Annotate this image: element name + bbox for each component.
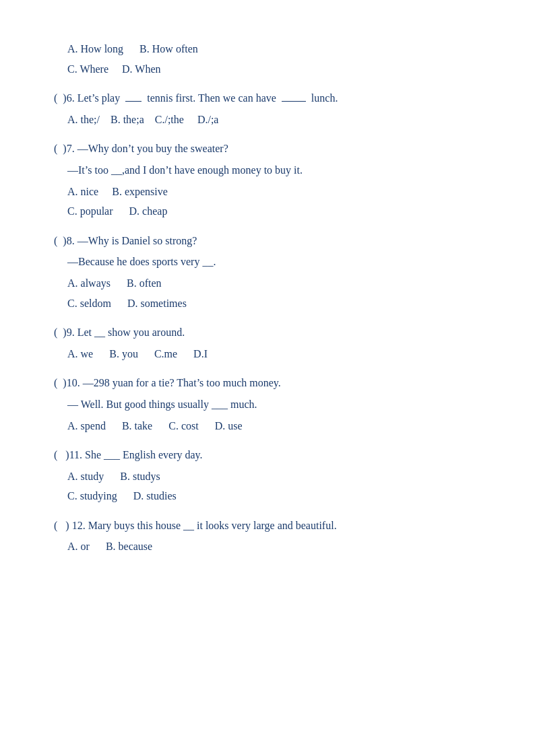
q9-content: Let __ show you around. [77, 327, 185, 338]
options-row-2: C. Where D. When [67, 61, 481, 78]
q10-options-row: A. spend B. take C. cost D. use [67, 417, 481, 435]
q11-options-row2: C. studying D. studies [67, 487, 481, 505]
q6-text2: tennis first. Then we can have [147, 92, 276, 104]
exam-content: A. How long B. How often C. Where D. Whe… [54, 40, 481, 555]
q9-opt-a: A. we [67, 348, 93, 359]
option-a-howlong: A. How long [67, 43, 123, 55]
q8-line1: ( )8. —Why is Daniel so strong? [54, 232, 481, 250]
q9-opt-d: D.I [193, 348, 208, 359]
q12-opt-a: A. or [67, 541, 90, 552]
q12-opt-b: B. because [106, 541, 152, 552]
question-7-block: ( )7. —Why don’t you buy the sweater? —I… [54, 140, 481, 219]
q12-content: Mary buys this house __ it looks very la… [88, 520, 337, 531]
q8-options-row2: C. seldom D. sometimes [67, 295, 481, 312]
q7-opt-b: B. expensive [112, 186, 168, 197]
option-b-howoften: B. How often [139, 43, 198, 55]
q11-opt-a: A. study [67, 471, 104, 482]
q6-blank2 [279, 92, 309, 104]
q12-number: ( ) 12. [54, 520, 86, 531]
q10-opt-a: A. spend [67, 420, 106, 432]
q6-opt-a: A. the;/ [67, 114, 100, 125]
q8-number: ( )8. [54, 235, 75, 246]
question-9-block: ( )9. Let __ show you around. A. we B. y… [54, 324, 481, 362]
q7-opt-c: C. popular [67, 205, 113, 217]
q7-opt-d: D. cheap [129, 205, 168, 217]
q7-number: ( )7. [54, 143, 75, 154]
q7-qtext: —Why don’t you buy the sweater? [77, 143, 228, 154]
q10-opt-c: C. cost [168, 420, 198, 432]
q9-text: ( )9. Let __ show you around. [54, 324, 481, 341]
q6-opt-d: D./;a [197, 114, 219, 125]
q11-content: She ___ English every day. [85, 449, 202, 460]
q8-line2: —Because he does sports very __. [67, 253, 481, 271]
q11-text: ( )11. She ___ English every day. [54, 446, 481, 464]
q7-line2: —It’s too __,and I don’t have enough mon… [67, 162, 481, 179]
question-8-block: ( )8. —Why is Daniel so strong? —Because… [54, 232, 481, 312]
question-10-block: ( )10. —298 yuan for a tie? That’s too m… [54, 374, 481, 434]
q10-atext: — Well. But good things usually ___ much… [67, 399, 257, 410]
q11-number: ( )11. [54, 449, 82, 460]
q6-opt-b: B. the;a [111, 114, 144, 125]
q8-opt-d: D. sometimes [127, 298, 187, 309]
q11-opt-d: D. studies [133, 490, 177, 502]
q7-options-row2: C. popular D. cheap [67, 203, 481, 220]
q6-blank1 [123, 92, 144, 104]
q6-number: ( )6. [54, 92, 75, 104]
q12-options-row: A. or B. because [67, 538, 481, 555]
q10-number: ( )10. [54, 377, 80, 388]
q8-opt-b: B. often [127, 277, 162, 289]
q10-opt-b: B. take [122, 420, 152, 432]
q10-line2: — Well. But good things usually ___ much… [67, 396, 481, 413]
q11-opt-b: B. studys [120, 471, 160, 482]
q6-opt-c: C./;the [155, 114, 184, 125]
q11-options-row1: A. study B. studys [67, 468, 481, 485]
q9-opt-c: C.me [154, 348, 177, 359]
option-c-where: C. Where [67, 63, 108, 75]
q6-text1: Let’s play [77, 92, 121, 104]
q7-opt-a: A. nice [67, 186, 98, 197]
q11-opt-c: C. studying [67, 490, 117, 502]
q7-options-row1: A. nice B. expensive [67, 183, 481, 201]
q8-options-row1: A. always B. often [67, 275, 481, 292]
q10-qtext: —298 yuan for a tie? That’s too much mon… [83, 377, 281, 388]
question-12-block: ( ) 12. Mary buys this house __ it looks… [54, 517, 481, 555]
q9-opt-b: B. you [109, 348, 138, 359]
q7-atext: —It’s too __,and I don’t have enough mon… [67, 164, 303, 176]
options-block-prev: A. How long B. How often C. Where D. Whe… [54, 40, 481, 77]
q6-options-row1: A. the;/ B. the;a C./;the D./;a [67, 111, 481, 129]
question-6-block: ( )6. Let’s play tennis first. Then we c… [54, 90, 481, 128]
q8-atext: —Because he does sports very __. [67, 256, 216, 267]
q9-number: ( )9. [54, 327, 75, 338]
question-6-text: ( )6. Let’s play tennis first. Then we c… [54, 90, 481, 107]
q10-opt-d: D. use [215, 420, 243, 432]
q9-options-row: A. we B. you C.me D.I [67, 345, 481, 363]
q7-line1: ( )7. —Why don’t you buy the sweater? [54, 140, 481, 158]
question-11-block: ( )11. She ___ English every day. A. stu… [54, 446, 481, 505]
q8-opt-a: A. always [67, 277, 111, 289]
option-d-when: D. When [122, 63, 160, 75]
q6-text3: lunch. [311, 92, 338, 104]
q10-line1: ( )10. —298 yuan for a tie? That’s too m… [54, 374, 481, 392]
options-row-1: A. How long B. How often [67, 40, 481, 58]
q12-text: ( ) 12. Mary buys this house __ it looks… [54, 517, 481, 535]
q8-opt-c: C. seldom [67, 298, 111, 309]
q8-qtext: —Why is Daniel so strong? [77, 235, 197, 246]
